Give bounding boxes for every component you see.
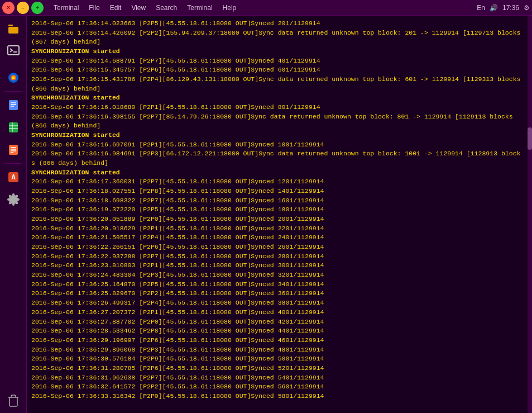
- sidebar-separator-2: [4, 91, 22, 92]
- menubar: × – + Terminal File Edit View Search Ter…: [0, 0, 532, 16]
- menu-view[interactable]: View: [127, 3, 150, 13]
- terminal-line: SYNCHRONIZATION started: [31, 131, 523, 140]
- sidebar-separator-1: [4, 64, 22, 64]
- terminal-line: 2016-Sep-06 17:36:18.027551 [P2P8][45.55…: [31, 187, 523, 196]
- keyboard-indicator[interactable]: En: [477, 4, 485, 12]
- sidebar-icon-files[interactable]: [3, 18, 23, 38]
- terminal-line: 2016-Sep-06 17:36:29.196997 [P2P6][45.55…: [31, 336, 523, 345]
- scrollbar-track[interactable]: [528, 16, 532, 413]
- minimize-button[interactable]: –: [17, 2, 29, 14]
- svg-rect-2: [8, 46, 19, 55]
- sidebar-icon-spreadsheet[interactable]: [3, 117, 23, 137]
- terminal-line: 2016-Sep-06 17:36:15.431786 [P2P4][86.12…: [31, 75, 523, 93]
- terminal-line: 2016-Sep-06 17:36:16.697091 [P2P1][45.55…: [31, 140, 523, 150]
- terminal-line: 2016-Sep-06 17:36:16.398155 [P2P7][85.14…: [31, 112, 523, 131]
- terminal-line: 2016-Sep-06 17:36:26.499317 [P2P4][45.55…: [31, 298, 523, 308]
- svg-rect-15: [9, 145, 18, 155]
- svg-text:A: A: [11, 174, 16, 182]
- sidebar-icon-document[interactable]: [3, 140, 23, 160]
- terminal-line: 2016-Sep-06 17:36:25.164870 [P2P5][45.55…: [31, 280, 523, 289]
- terminal-content[interactable]: 2016-Sep-06 17:36:14.023663 [P2P5][45.55…: [27, 16, 528, 413]
- terminal-line: 2016-Sep-06 17:36:14.426092 [P2P2][155.9…: [31, 29, 523, 47]
- menubar-right: En 🔊 17:36 ⚙: [477, 4, 530, 12]
- sidebar-icon-terminal[interactable]: [3, 40, 23, 60]
- terminal-line: 2016-Sep-06 17:36:31.280785 [P2P6][45.55…: [31, 364, 523, 373]
- sound-icon[interactable]: 🔊: [490, 4, 498, 12]
- sidebar-icon-software-center[interactable]: A: [3, 167, 23, 187]
- terminal-line: 2016-Sep-06 17:36:14.688791 [P2P7][45.55…: [31, 56, 523, 66]
- terminal-line: 2016-Sep-06 17:36:32.641572 [P2P2][45.55…: [31, 382, 523, 392]
- terminal-line: 2016-Sep-06 17:36:24.483304 [P2P3][45.55…: [31, 270, 523, 280]
- terminal-line: 2016-Sep-06 17:36:22.937288 [P2P7][45.55…: [31, 252, 523, 262]
- menu-search[interactable]: Search: [151, 3, 181, 13]
- menu-help[interactable]: Help: [218, 3, 241, 13]
- sidebar-icon-trash[interactable]: [3, 391, 23, 411]
- scrollbar-thumb[interactable]: [528, 127, 532, 150]
- terminal-line: 2016-Sep-06 17:36:30.576184 [P2P9][45.55…: [31, 354, 523, 364]
- terminal-line: 2016-Sep-06 17:36:20.051889 [P2P0][45.55…: [31, 215, 523, 224]
- terminal-line: SYNCHRONIZATION started: [31, 168, 523, 178]
- svg-rect-7: [9, 100, 18, 110]
- menu-items: Terminal File Edit View Search Terminal …: [49, 3, 241, 13]
- terminal-line: 2016-Sep-06 17:36:20.918629 [P2P1][45.55…: [31, 224, 523, 234]
- terminal-line: 2016-Sep-06 17:36:16.018680 [P2P1][45.55…: [31, 103, 523, 112]
- terminal-line: 2016-Sep-06 17:36:16.984691 [P2P3][66.17…: [31, 149, 523, 168]
- sidebar-icon-browser[interactable]: [3, 68, 23, 88]
- terminal-line: 2016-Sep-06 17:36:18.698322 [P2P7][45.55…: [31, 196, 523, 206]
- menu-terminal2[interactable]: Terminal: [183, 3, 217, 13]
- main-layout: A 2016-Sep-06 17:36:14.023663 [P2P5][45.…: [0, 16, 532, 413]
- menu-file[interactable]: File: [84, 3, 104, 13]
- terminal-line: 2016-Sep-06 17:36:28.533462 [P2P8][45.55…: [31, 326, 523, 336]
- menu-terminal[interactable]: Terminal: [49, 3, 83, 13]
- terminal-line: 2016-Sep-06 17:36:22.266151 [P2P6][45.55…: [31, 243, 523, 252]
- sidebar-separator-3: [4, 163, 22, 164]
- clock: 17:36: [502, 4, 519, 12]
- sidebar: A: [0, 16, 27, 413]
- menu-edit[interactable]: Edit: [106, 3, 126, 13]
- close-button[interactable]: ×: [2, 2, 15, 14]
- terminal-line: 2016-Sep-06 17:36:23.810803 [P2P1][45.55…: [31, 261, 523, 270]
- terminal-line: 2016-Sep-06 17:36:27.207372 [P2P1][45.55…: [31, 308, 523, 317]
- terminal-line: 2016-Sep-06 17:36:27.887702 [P2P0][45.55…: [31, 317, 523, 327]
- terminal-line: 2016-Sep-06 17:36:25.829670 [P2P2][45.55…: [31, 289, 523, 298]
- svg-rect-1: [8, 27, 18, 34]
- svg-rect-11: [9, 122, 18, 132]
- svg-rect-0: [8, 25, 13, 26]
- sidebar-icon-settings[interactable]: [3, 189, 23, 210]
- maximize-button[interactable]: +: [31, 2, 44, 14]
- terminal-line: 2016-Sep-06 17:36:31.962638 [P2P7][45.55…: [31, 373, 523, 383]
- terminal-line: 2016-Sep-06 17:36:21.595517 [P2P4][45.55…: [31, 233, 523, 243]
- terminal-line: SYNCHRONIZATION started: [31, 47, 523, 56]
- terminal-line: 2016-Sep-06 17:36:17.360031 [P2P7][45.55…: [31, 177, 523, 187]
- terminal-line: 2016-Sep-06 17:36:19.372220 [P2P5][45.55…: [31, 205, 523, 215]
- svg-point-6: [12, 77, 15, 79]
- terminal-line: 2016-Sep-06 17:36:29.896068 [P2P3][45.55…: [31, 345, 523, 355]
- settings-icon[interactable]: ⚙: [524, 4, 530, 12]
- terminal-line: SYNCHRONIZATION started: [31, 93, 523, 103]
- sidebar-icon-text-editor[interactable]: [3, 95, 23, 115]
- terminal-line: 2016-Sep-06 17:36:33.316342 [P2P0][45.55…: [31, 392, 523, 401]
- terminal-line: 2016-Sep-06 17:36:15.345757 [P2P6][45.55…: [31, 65, 523, 75]
- terminal-line: 2016-Sep-06 17:36:14.023663 [P2P5][45.55…: [31, 19, 523, 29]
